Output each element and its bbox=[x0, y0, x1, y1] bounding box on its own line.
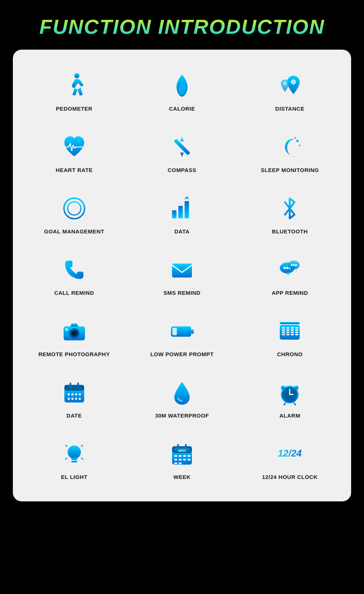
svg-point-28 bbox=[293, 264, 295, 266]
svg-rect-43 bbox=[286, 327, 289, 329]
svg-rect-57 bbox=[64, 385, 84, 391]
date-icon bbox=[60, 378, 89, 407]
sleep-monitoring-icon bbox=[275, 132, 304, 162]
svg-point-66 bbox=[75, 398, 77, 400]
svg-rect-50 bbox=[291, 334, 294, 335]
svg-point-2 bbox=[283, 82, 287, 85]
svg-rect-54 bbox=[295, 334, 298, 335]
svg-rect-59 bbox=[77, 383, 79, 388]
alarm-icon bbox=[275, 378, 304, 407]
calorie-label: CALORIE bbox=[169, 105, 195, 112]
feature-calorie: CALORIE bbox=[128, 61, 236, 122]
bluetooth-label: BLUETOOTH bbox=[272, 228, 308, 235]
waterproof-label: 30M WATERPROOF bbox=[155, 412, 209, 419]
feature-sms-remind: SMS REMIND bbox=[128, 245, 236, 306]
feature-heart-rate: HEART RATE bbox=[20, 122, 128, 183]
pedometer-label: PEDOMETER bbox=[56, 105, 93, 112]
remote-photography-icon bbox=[60, 316, 89, 346]
svg-text:12/24: 12/24 bbox=[278, 448, 302, 459]
week-icon: WED bbox=[167, 439, 197, 469]
sms-remind-label: SMS REMIND bbox=[164, 290, 201, 296]
feature-low-power-prompt: LOW POWER PROMPT bbox=[128, 306, 236, 368]
alarm-label: ALARM bbox=[279, 412, 300, 419]
el-light-label: EL LIGHT bbox=[61, 474, 88, 480]
svg-point-67 bbox=[79, 398, 81, 400]
svg-line-78 bbox=[82, 445, 83, 446]
feature-app-remind: APP REMIND bbox=[236, 245, 344, 306]
app-remind-icon bbox=[275, 255, 304, 285]
svg-point-60 bbox=[68, 393, 70, 396]
call-remind-label: CALL REMIND bbox=[54, 290, 94, 296]
bluetooth-icon bbox=[275, 194, 304, 223]
svg-rect-36 bbox=[191, 329, 194, 334]
svg-rect-58 bbox=[69, 383, 71, 388]
feature-chrono: CHRONO bbox=[236, 306, 344, 368]
features-grid: PEDOMETER CALORIE DISTANC bbox=[13, 50, 351, 501]
feature-waterproof: 30M WATERPROOF bbox=[128, 368, 236, 429]
svg-rect-52 bbox=[295, 329, 298, 331]
svg-rect-48 bbox=[291, 329, 294, 331]
svg-text:WED: WED bbox=[178, 449, 186, 452]
low-power-prompt-icon bbox=[167, 316, 197, 346]
sleep-monitoring-label: SLEEP MONITORING bbox=[261, 167, 319, 173]
svg-rect-96 bbox=[183, 459, 186, 461]
svg-line-83 bbox=[66, 458, 67, 459]
feature-week: WED WEEK bbox=[128, 429, 236, 490]
svg-rect-18 bbox=[178, 206, 183, 218]
svg-rect-21 bbox=[172, 264, 192, 278]
svg-rect-55 bbox=[280, 322, 300, 324]
feature-data: DATA bbox=[128, 183, 236, 245]
svg-rect-95 bbox=[179, 459, 182, 461]
svg-rect-98 bbox=[174, 462, 177, 464]
pedometer-icon bbox=[60, 71, 89, 100]
svg-rect-42 bbox=[282, 334, 285, 335]
data-label: DATA bbox=[174, 228, 189, 235]
remote-photography-label: REMOTE PHOTOGRAPHY bbox=[38, 351, 110, 357]
calorie-icon bbox=[167, 71, 197, 100]
data-icon bbox=[167, 194, 197, 223]
svg-point-1 bbox=[291, 79, 296, 85]
feature-goal-management: GOAL MANAGEMENT bbox=[20, 183, 128, 245]
svg-rect-45 bbox=[286, 332, 289, 333]
page-title: FUNCTION INTRODUCTION bbox=[39, 15, 325, 39]
svg-rect-46 bbox=[286, 334, 289, 335]
svg-marker-4 bbox=[180, 137, 184, 142]
compass-label: COMPASS bbox=[168, 167, 196, 173]
svg-rect-40 bbox=[282, 329, 285, 331]
svg-point-6 bbox=[296, 140, 299, 142]
svg-point-7 bbox=[299, 144, 300, 146]
el-light-icon bbox=[60, 439, 89, 469]
svg-rect-90 bbox=[174, 455, 177, 457]
svg-marker-5 bbox=[180, 153, 184, 157]
svg-rect-47 bbox=[291, 327, 294, 329]
feature-remote-photography: REMOTE PHOTOGRAPHY bbox=[20, 306, 128, 368]
hour-clock-icon: 12/24 bbox=[275, 439, 304, 469]
svg-point-73 bbox=[294, 386, 299, 390]
svg-point-61 bbox=[71, 393, 74, 396]
svg-rect-49 bbox=[291, 332, 294, 333]
feature-call-remind: CALL REMIND bbox=[20, 245, 128, 306]
svg-rect-44 bbox=[286, 329, 289, 331]
sms-remind-icon bbox=[167, 255, 197, 285]
svg-point-64 bbox=[68, 398, 70, 400]
svg-rect-99 bbox=[179, 462, 182, 464]
svg-point-27 bbox=[291, 264, 293, 266]
svg-rect-17 bbox=[172, 210, 176, 218]
distance-label: DISTANCE bbox=[275, 105, 305, 112]
app-remind-label: APP REMIND bbox=[272, 290, 308, 296]
svg-point-0 bbox=[74, 73, 79, 78]
heart-rate-label: HEART RATE bbox=[56, 167, 93, 173]
svg-point-63 bbox=[79, 393, 81, 396]
svg-rect-92 bbox=[183, 455, 186, 457]
distance-icon bbox=[275, 71, 304, 100]
svg-rect-19 bbox=[185, 201, 189, 218]
svg-rect-53 bbox=[295, 332, 298, 333]
svg-rect-93 bbox=[188, 455, 190, 457]
svg-point-65 bbox=[71, 398, 74, 400]
svg-line-82 bbox=[82, 458, 83, 459]
goal-management-icon bbox=[60, 194, 89, 223]
svg-rect-51 bbox=[295, 327, 298, 329]
svg-rect-91 bbox=[179, 455, 182, 457]
svg-point-34 bbox=[65, 328, 68, 331]
chrono-label: CHRONO bbox=[277, 351, 303, 357]
